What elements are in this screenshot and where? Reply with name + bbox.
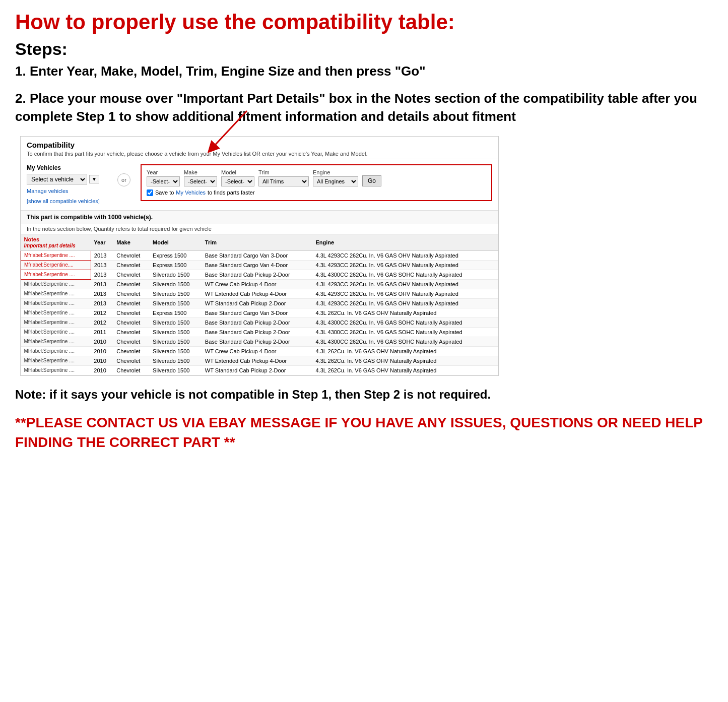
make-select[interactable]: -Select- xyxy=(184,176,217,186)
cell-engine: 4.3L 4293CC 262Cu. In. V6 GAS OHV Natura… xyxy=(312,260,498,270)
col-make: Make xyxy=(113,234,150,251)
cell-year: 2013 xyxy=(91,270,113,279)
cell-year: 2013 xyxy=(91,279,113,289)
cell-trim: Base Standard Cab Pickup 2-Door xyxy=(202,270,313,279)
table-row: Mfrlabel:Serpentine .... 2013 Chevrolet … xyxy=(21,298,499,308)
year-select[interactable]: -Select- xyxy=(147,176,180,186)
compat-count: This part is compatible with 1000 vehicl… xyxy=(21,210,498,224)
cell-trim: Base Standard Cab Pickup 2-Door xyxy=(202,337,313,346)
col-engine: Engine xyxy=(312,234,498,251)
cell-notes: Mfrlabel:Serpentine .... xyxy=(21,279,91,289)
model-select[interactable]: -Select- xyxy=(221,176,254,186)
main-title: How to properly use the compatibility ta… xyxy=(15,10,713,34)
cell-engine: 4.3L 4293CC 262Cu. In. V6 GAS OHV Natura… xyxy=(312,279,498,289)
compatibility-box: Compatibility To confirm that this part … xyxy=(20,136,499,376)
cell-model: Silverado 1500 xyxy=(150,327,202,337)
table-row: Mfrlabel:Serpentine .... 2013 Chevrolet … xyxy=(21,250,499,260)
step2-text: 2. Place your mouse over "Important Part… xyxy=(15,89,713,126)
vehicle-form: Year -Select- Make -Select- Model xyxy=(141,164,492,201)
vehicle-select-arrow[interactable]: ▼ xyxy=(89,175,99,183)
cell-make: Chevrolet xyxy=(113,365,150,375)
trim-label: Trim xyxy=(258,169,309,175)
cell-engine: 4.3L 4293CC 262Cu. In. V6 GAS OHV Natura… xyxy=(312,289,498,298)
table-row: Mfrlabel:Serpentine .... 2010 Chevrolet … xyxy=(21,365,499,375)
col-model: Model xyxy=(150,234,202,251)
table-header-row: Notes Important part details Year Make M… xyxy=(21,234,499,251)
my-vehicles-label: My Vehicles xyxy=(27,164,107,171)
cell-model: Silverado 1500 xyxy=(150,289,202,298)
cell-trim: Base Standard Cargo Van 3-Door xyxy=(202,250,313,260)
compatibility-table: Notes Important part details Year Make M… xyxy=(21,234,498,375)
my-vehicles-save-link[interactable]: My Vehicles xyxy=(176,189,206,196)
or-divider: or xyxy=(117,173,130,186)
make-label: Make xyxy=(184,169,217,175)
cell-engine: 4.3L 4300CC 262Cu. In. V6 GAS SOHC Natur… xyxy=(312,337,498,346)
cell-trim: WT Crew Cab Pickup 4-Door xyxy=(202,279,313,289)
table-body: Mfrlabel:Serpentine .... 2013 Chevrolet … xyxy=(21,250,499,375)
vehicle-select-row: Select a vehicle ▼ xyxy=(27,174,107,185)
cell-year: 2012 xyxy=(91,308,113,317)
cell-model: Silverado 1500 xyxy=(150,346,202,356)
cell-make: Chevrolet xyxy=(113,279,150,289)
compat-header: Compatibility To confirm that this part … xyxy=(21,137,498,159)
save-suffix: to finds parts faster xyxy=(208,189,255,196)
cell-engine: 4.3L 262Cu. In. V6 GAS OHV Naturally Asp… xyxy=(312,356,498,365)
step1-text: 1. Enter Year, Make, Model, Trim, Engine… xyxy=(15,63,713,80)
cell-year: 2013 xyxy=(91,298,113,308)
compat-body: My Vehicles Select a vehicle ▼ Manage ve… xyxy=(21,159,498,210)
cell-model: Silverado 1500 xyxy=(150,317,202,327)
cell-model: Silverado 1500 xyxy=(150,270,202,279)
cell-model: Silverado 1500 xyxy=(150,298,202,308)
table-row: Mfrlabel:Serpentine .... 2013 Chevrolet … xyxy=(21,279,499,289)
engine-field: Engine All Engines xyxy=(313,169,358,186)
show-all-link[interactable]: [show all compatible vehicles] xyxy=(27,198,100,204)
save-checkbox[interactable] xyxy=(147,189,153,196)
cell-year: 2013 xyxy=(91,260,113,270)
cell-make: Chevrolet xyxy=(113,270,150,279)
cell-model: Express 1500 xyxy=(150,260,202,270)
cell-make: Chevrolet xyxy=(113,356,150,365)
vehicle-select[interactable]: Select a vehicle xyxy=(27,174,87,185)
cell-notes: Mfrlabel:Serpentine .... xyxy=(21,337,91,346)
cell-notes: Mfrlabel:Serpentine .... xyxy=(21,250,91,260)
year-label: Year xyxy=(147,169,180,175)
my-vehicles-panel: My Vehicles Select a vehicle ▼ Manage ve… xyxy=(27,164,107,205)
cell-notes: Mfrlabel:Serpentine .... xyxy=(21,298,91,308)
col-notes: Notes Important part details xyxy=(21,234,91,251)
table-row: Mfrlabel:Serpentine .... 2013 Chevrolet … xyxy=(21,270,499,279)
compat-subtitle: To confirm that this part fits your vehi… xyxy=(27,151,492,157)
cell-engine: 4.3L 262Cu. In. V6 GAS OHV Naturally Asp… xyxy=(312,365,498,375)
cell-year: 2010 xyxy=(91,356,113,365)
cell-year: 2013 xyxy=(91,289,113,298)
cell-model: Silverado 1500 xyxy=(150,365,202,375)
cell-notes: Mfrlabel:Serpentine .... xyxy=(21,289,91,298)
cell-year: 2011 xyxy=(91,327,113,337)
cell-make: Chevrolet xyxy=(113,346,150,356)
table-row: Mfrlabel:Serpentine .... 2012 Chevrolet … xyxy=(21,317,499,327)
table-row: Mfrlabel:Serpentine .... 2011 Chevrolet … xyxy=(21,327,499,337)
engine-select[interactable]: All Engines xyxy=(313,176,358,186)
cell-trim: WT Extended Cab Pickup 4-Door xyxy=(202,289,313,298)
cell-year: 2010 xyxy=(91,337,113,346)
cell-make: Chevrolet xyxy=(113,298,150,308)
cell-notes: Mfrlabel:Serpentine .... xyxy=(21,356,91,365)
compat-note: In the notes section below, Quantity ref… xyxy=(21,224,498,234)
table-row: Mfrlabel:Serpentine.... 2013 Chevrolet E… xyxy=(21,260,499,270)
cell-notes: Mfrlabel:Serpentine .... xyxy=(21,270,91,279)
manage-vehicles-link[interactable]: Manage vehicles xyxy=(27,188,107,194)
cell-notes: Mfrlabel:Serpentine .... xyxy=(21,365,91,375)
cell-model: Express 1500 xyxy=(150,308,202,317)
cell-engine: 4.3L 4293CC 262Cu. In. V6 GAS OHV Natura… xyxy=(312,298,498,308)
make-field: Make -Select- xyxy=(184,169,217,186)
go-button[interactable]: Go xyxy=(362,175,381,186)
trim-select[interactable]: All Trims xyxy=(258,176,309,186)
model-field: Model -Select- xyxy=(221,169,254,186)
cell-engine: 4.3L 262Cu. In. V6 GAS OHV Naturally Asp… xyxy=(312,346,498,356)
cell-notes: Mfrlabel:Serpentine .... xyxy=(21,327,91,337)
compatibility-section: Compatibility To confirm that this part … xyxy=(15,136,713,376)
cell-model: Silverado 1500 xyxy=(150,356,202,365)
cell-trim: WT Standard Cab Pickup 2-Door xyxy=(202,365,313,375)
cell-trim: WT Standard Cab Pickup 2-Door xyxy=(202,298,313,308)
cell-make: Chevrolet xyxy=(113,289,150,298)
table-header: Notes Important part details Year Make M… xyxy=(21,234,499,251)
